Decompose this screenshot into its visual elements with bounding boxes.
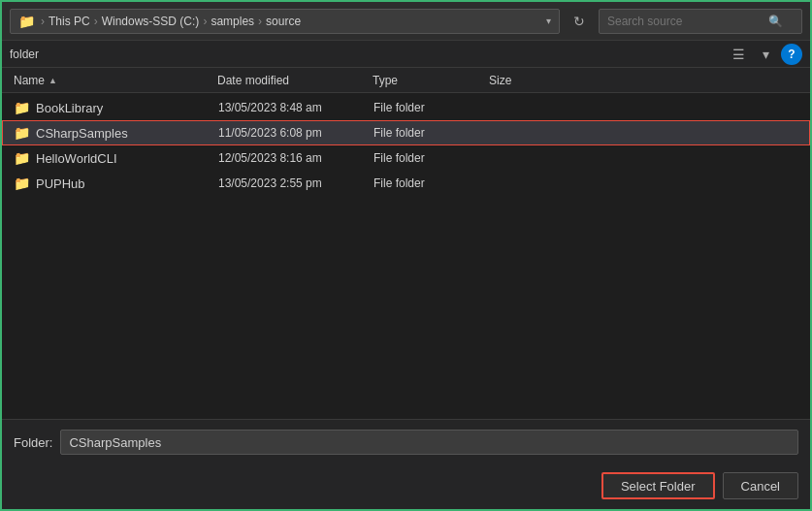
col-header-type[interactable]: Type [373, 74, 489, 87]
folder-icon: 📁 [18, 14, 35, 29]
refresh-button[interactable]: ↻ [566, 9, 593, 34]
file-date: 13/05/2023 2:55 pm [218, 176, 374, 190]
breadcrumb-dropdown-icon[interactable]: ▾ [546, 16, 551, 26]
folder-icon: 📁 [14, 176, 30, 191]
sub-toolbar-right: ☰ ▾ ? [727, 44, 802, 65]
col-header-date[interactable]: Date modified [217, 74, 373, 87]
file-name: CSharpSamples [36, 126, 218, 141]
search-icon: 🔍 [768, 15, 783, 28]
table-row[interactable]: 📁 HelloWorldCLI 12/05/2023 8:16 am File … [2, 145, 810, 171]
folder-label: Folder: [14, 435, 52, 450]
file-name: HelloWorldCLI [36, 151, 218, 166]
file-date: 13/05/2023 8:48 am [218, 101, 374, 114]
help-button[interactable]: ? [781, 44, 802, 65]
file-type: File folder [374, 101, 490, 114]
file-browser-dialog: 📁 › This PC › Windows-SSD (C:) › samples… [0, 0, 812, 511]
breadcrumb-part-3[interactable]: samples [211, 15, 254, 28]
view-dropdown-button[interactable]: ▾ [754, 44, 777, 65]
folder-icon: 📁 [14, 150, 30, 166]
file-name: PUPHub [36, 176, 218, 191]
file-type: File folder [374, 176, 490, 190]
file-type: File folder [374, 151, 490, 165]
table-row[interactable]: 📁 BookLibrary 13/05/2023 8:48 am File fo… [2, 95, 810, 120]
file-date: 11/05/2023 6:08 pm [218, 126, 374, 140]
search-box: 🔍 [599, 9, 802, 34]
cancel-button[interactable]: Cancel [723, 472, 798, 499]
folder-input[interactable] [60, 430, 798, 455]
action-buttons: Select Folder Cancel [2, 464, 810, 509]
file-date: 12/05/2023 8:16 am [218, 151, 374, 165]
view-list-button[interactable]: ☰ [727, 44, 750, 65]
folder-icon: 📁 [14, 100, 30, 115]
breadcrumb-part-1[interactable]: This PC [49, 15, 90, 28]
table-row[interactable]: 📁 CSharpSamples 11/05/2023 6:08 pm File … [2, 120, 810, 145]
sub-toolbar-folder-label: folder [10, 48, 39, 61]
sub-toolbar: folder ☰ ▾ ? [2, 41, 810, 68]
col-header-size[interactable]: Size [489, 74, 567, 87]
breadcrumb-part-4[interactable]: source [266, 15, 301, 28]
file-type: File folder [374, 126, 490, 140]
breadcrumb[interactable]: 📁 › This PC › Windows-SSD (C:) › samples… [10, 9, 560, 34]
column-headers: Name ▲ Date modified Type Size [2, 68, 810, 93]
top-bar: 📁 › This PC › Windows-SSD (C:) › samples… [2, 2, 810, 41]
search-input[interactable] [607, 15, 763, 28]
select-folder-button[interactable]: Select Folder [601, 472, 715, 499]
bottom-bar: Folder: [2, 419, 810, 464]
breadcrumb-part-2[interactable]: Windows-SSD (C:) [102, 15, 200, 28]
file-list[interactable]: 📁 BookLibrary 13/05/2023 8:48 am File fo… [2, 93, 810, 419]
col-header-name[interactable]: Name ▲ [14, 74, 217, 87]
folder-icon: 📁 [14, 125, 30, 141]
table-row[interactable]: 📁 PUPHub 13/05/2023 2:55 pm File folder [2, 171, 810, 196]
file-name: BookLibrary [36, 101, 218, 115]
sort-arrow-icon: ▲ [49, 76, 57, 85]
